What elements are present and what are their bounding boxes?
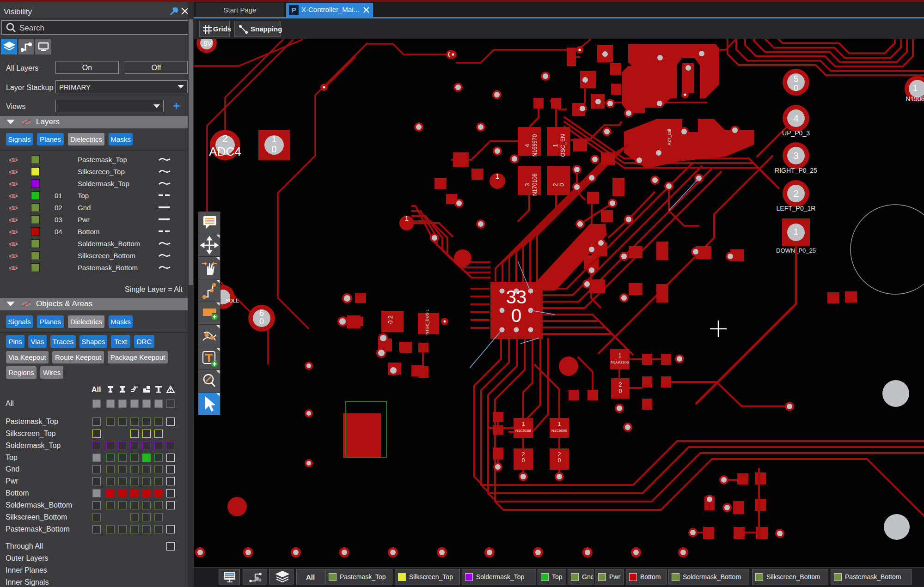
svg-text:3: 3 bbox=[524, 183, 531, 186]
svg-text:0: 0 bbox=[259, 317, 264, 326]
svg-text:1: 1 bbox=[496, 173, 499, 180]
svg-text:LEFT_P0_1R: LEFT_P0_1R bbox=[777, 205, 816, 212]
svg-text:0: 0 bbox=[618, 387, 622, 394]
svg-text:2: 2 bbox=[222, 133, 228, 144]
svg-text:1: 1 bbox=[793, 227, 798, 237]
svg-text:5: 5 bbox=[794, 74, 799, 84]
svg-text:N1C9000: N1C9000 bbox=[551, 429, 567, 433]
svg-text:.8V: .8V bbox=[202, 39, 212, 47]
svg-text:N1GB_BUS 1: N1GB_BUS 1 bbox=[425, 309, 429, 335]
svg-text:2: 2 bbox=[522, 451, 525, 458]
svg-text:OSC_EN: OSC_EN bbox=[560, 134, 566, 157]
svg-text:1: 1 bbox=[405, 215, 409, 222]
svg-text:N1906: N1906 bbox=[906, 95, 924, 103]
svg-text:N169970: N169970 bbox=[532, 134, 538, 157]
svg-text:1: 1 bbox=[618, 352, 621, 359]
svg-text:6: 6 bbox=[259, 309, 264, 318]
svg-text:4: 4 bbox=[793, 113, 799, 123]
svg-text:2: 2 bbox=[552, 183, 559, 186]
svg-text:1: 1 bbox=[558, 421, 561, 427]
svg-text:SOLE: SOLE bbox=[226, 298, 239, 303]
svg-text:0: 0 bbox=[511, 305, 521, 326]
svg-text:ADC4: ADC4 bbox=[209, 145, 241, 158]
svg-text:1: 1 bbox=[271, 134, 276, 144]
svg-text:3: 3 bbox=[793, 150, 799, 161]
svg-text:1: 1 bbox=[552, 144, 559, 147]
svg-text:N1GB166: N1GB166 bbox=[611, 360, 629, 364]
svg-text:0: 0 bbox=[558, 183, 565, 186]
svg-text:RIGHT_P0_25: RIGHT_P0_25 bbox=[775, 167, 817, 174]
svg-text:2: 2 bbox=[558, 451, 561, 458]
svg-text:4: 4 bbox=[524, 144, 531, 147]
svg-text:0 2: 0 2 bbox=[387, 315, 394, 324]
svg-text:AZT_coil: AZT_coil bbox=[667, 129, 672, 145]
svg-text:2: 2 bbox=[793, 188, 799, 199]
svg-text:N170106: N170106 bbox=[532, 173, 538, 196]
svg-text:2: 2 bbox=[618, 381, 622, 388]
svg-text:N1C9166: N1C9166 bbox=[515, 429, 531, 433]
svg-text:UP_P0_3: UP_P0_3 bbox=[782, 129, 810, 137]
svg-text:1: 1 bbox=[913, 83, 918, 93]
svg-text:0: 0 bbox=[271, 144, 276, 154]
svg-text:0: 0 bbox=[522, 457, 525, 464]
svg-text:0: 0 bbox=[794, 83, 799, 93]
svg-text:33: 33 bbox=[506, 287, 527, 307]
svg-text:0: 0 bbox=[558, 457, 561, 464]
svg-text:1: 1 bbox=[522, 421, 525, 427]
